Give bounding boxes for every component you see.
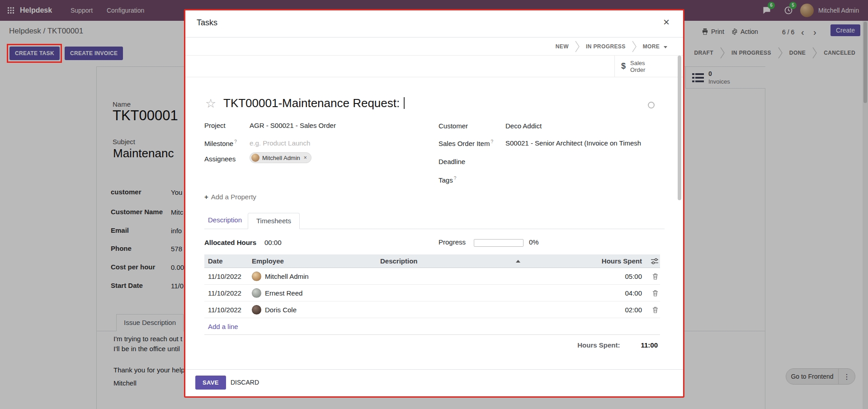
assignees-label: Assignees — [204, 155, 236, 163]
stage-separator-icon — [575, 41, 580, 52]
timesheet-row[interactable]: 11/10/2022 Doris Cole 02:00 — [204, 301, 660, 318]
progress-percent: 0% — [529, 238, 539, 246]
sales-order-item-value[interactable]: S00021 - Senior Architect (Invoice on Ti… — [505, 139, 641, 147]
allocated-hours-value[interactable]: 00:00 — [264, 239, 282, 246]
customer-label: Customer — [439, 122, 468, 130]
plus-icon: + — [204, 193, 208, 201]
tags-label: Tags? — [439, 176, 456, 184]
milestone-input[interactable]: e.g. Product Launch — [250, 139, 310, 147]
delete-row-icon[interactable] — [642, 306, 660, 313]
timesheet-row[interactable]: 11/10/2022 Ernest Reed 04:00 — [204, 285, 660, 301]
tab-timesheets[interactable]: Timesheets — [248, 213, 300, 229]
progress-bar — [474, 239, 524, 247]
add-a-line-link[interactable]: Add a line — [204, 318, 660, 335]
allocated-hours-label: Allocated Hours — [204, 239, 256, 246]
kanban-state-icon[interactable] — [648, 102, 655, 108]
progress-label: Progress — [439, 238, 466, 246]
help-icon: ? — [491, 139, 493, 144]
modal-header: Tasks × — [185, 10, 683, 38]
help-icon: ? — [454, 176, 457, 181]
dollar-icon: $ — [621, 61, 626, 71]
tab-description[interactable]: Description — [208, 216, 242, 224]
customer-value[interactable]: Deco Addict — [505, 122, 542, 130]
total-hours-value: 11:00 — [641, 341, 658, 349]
modal-scrollbar-thumb[interactable] — [678, 56, 681, 200]
project-value[interactable]: AGR - S00021 - Sales Order — [250, 122, 336, 129]
discard-button[interactable]: DISCARD — [231, 379, 259, 386]
close-icon[interactable]: × — [663, 16, 670, 28]
col-sort[interactable] — [516, 260, 537, 263]
timesheet-row[interactable]: 11/10/2022 Mitchell Admin 05:00 — [204, 268, 660, 285]
employee-avatar — [252, 305, 261, 315]
tasks-modal: Tasks × NEW IN PROGRESS MORE $ Sales Ord… — [184, 9, 684, 398]
timesheet-total: Hours Spent: 11:00 — [204, 335, 660, 349]
employee-avatar — [252, 272, 261, 281]
col-employee[interactable]: Employee — [252, 257, 380, 265]
sales-order-stat-button[interactable]: $ Sales Order — [614, 56, 674, 77]
stage-more-dropdown[interactable]: MORE — [643, 43, 667, 50]
task-title-input[interactable]: TKT00001-Maintenance Request: — [223, 96, 405, 110]
screen: Helpdesk Support Configuration 6 5 Mitch… — [0, 0, 868, 409]
assignee-avatar — [251, 154, 259, 162]
employee-avatar — [252, 288, 261, 298]
optional-columns-icon[interactable] — [642, 258, 660, 264]
deadline-label: Deadline — [439, 158, 465, 165]
delete-row-icon[interactable] — [642, 273, 660, 280]
col-description[interactable]: Description — [380, 257, 516, 265]
help-icon: ? — [234, 139, 237, 144]
col-date[interactable]: Date — [204, 257, 252, 265]
save-button[interactable]: SAVE — [195, 376, 226, 390]
sort-asc-icon — [516, 260, 520, 263]
task-statusbar: NEW IN PROGRESS MORE — [185, 38, 683, 56]
col-hours-spent[interactable]: Hours Spent — [537, 257, 642, 265]
delete-row-icon[interactable] — [642, 290, 660, 296]
modal-button-box: $ Sales Order — [185, 56, 683, 77]
milestone-label: Milestone? — [204, 139, 237, 147]
remove-tag-icon[interactable]: × — [304, 155, 307, 161]
timesheet-table: Date Employee Description Hours Spent 11… — [204, 254, 660, 349]
text-cursor — [404, 97, 405, 109]
add-property-button[interactable]: +Add a Property — [204, 193, 256, 201]
dropdown-caret-icon — [664, 46, 667, 48]
project-label: Project — [204, 122, 226, 129]
modal-footer: SAVE DISCARD — [185, 369, 683, 396]
total-hours-label: Hours Spent: — [577, 341, 620, 349]
assignee-tag[interactable]: Mitchell Admin × — [250, 152, 311, 163]
timesheet-header-row: Date Employee Description Hours Spent — [204, 254, 660, 268]
stage-in-progress[interactable]: IN PROGRESS — [586, 43, 626, 50]
sales-order-item-label: Sales Order Item? — [439, 139, 493, 147]
stage-new[interactable]: NEW — [556, 43, 569, 50]
favorite-star-icon[interactable]: ☆ — [205, 98, 216, 110]
modal-title: Tasks — [197, 18, 217, 28]
stage-separator-icon — [632, 41, 637, 52]
